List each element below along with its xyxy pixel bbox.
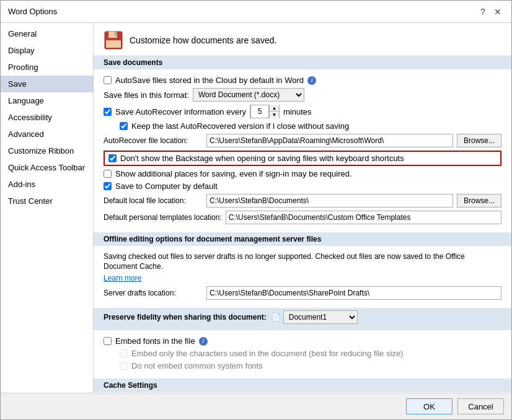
close-button[interactable]: ✕: [492, 6, 504, 18]
autosave-checkbox[interactable]: [104, 76, 112, 84]
autorecover-label: Save AutoRecover information every: [115, 107, 246, 116]
autorecover-spinner[interactable]: ▲ ▼: [250, 105, 280, 118]
sidebar-item-accessibility[interactable]: Accessibility: [1, 109, 93, 126]
keep-last-row: Keep the last AutoRecovered version if I…: [120, 121, 501, 131]
save-to-computer-checkbox[interactable]: [104, 182, 112, 190]
no-common-checkbox[interactable]: [120, 362, 128, 370]
autorecover-location-input[interactable]: C:\Users\StefanB\AppData\Roaming\Microso…: [206, 134, 453, 147]
save-to-computer-label: Save to Computer by default: [115, 182, 218, 191]
save-to-computer-row: Save to Computer by default: [104, 182, 501, 191]
autorecover-location-label: AutoRecover file location:: [104, 136, 203, 145]
embed-fonts-info-icon[interactable]: i: [199, 337, 208, 346]
save-icon: [104, 30, 123, 50]
embed-chars-label: Embed only the characters used in the do…: [131, 349, 404, 358]
autorecover-checkbox[interactable]: [104, 108, 112, 116]
cache-settings-header: Cache Settings: [94, 378, 511, 392]
save-documents-header: Save documents: [94, 56, 511, 69]
sidebar-item-quick-access[interactable]: Quick Access Toolbar: [1, 159, 93, 176]
no-common-label: Do not embed common system fonts: [131, 361, 263, 370]
format-row: Save files in this format: Word Document…: [104, 88, 501, 102]
autosave-row: AutoSave files stored in the Cloud by de…: [104, 76, 501, 85]
autosave-label: AutoSave files stored in the Cloud by de…: [115, 76, 304, 85]
browse-autorecover-btn[interactable]: Browse...: [457, 134, 501, 147]
default-personal-label: Default personal templates location:: [104, 213, 222, 222]
spinner-buttons: ▲ ▼: [269, 105, 279, 118]
main-content: Customize how documents are saved. Save …: [94, 23, 511, 393]
cancel-button[interactable]: Cancel: [457, 398, 504, 414]
learn-more-link[interactable]: Learn more: [104, 274, 141, 282]
browse-local-btn[interactable]: Browse...: [457, 194, 501, 208]
default-local-row: Default local file location: C:\Users\St…: [104, 194, 501, 208]
content-header: Customize how documents are saved.: [94, 23, 511, 56]
help-button[interactable]: ?: [477, 6, 489, 18]
svg-rect-2: [115, 32, 117, 36]
dialog-body: General Display Proofing Save Language A…: [1, 23, 511, 393]
dont-show-backstage-checkbox[interactable]: [108, 154, 117, 162]
preserve-header-row: Preserve fidelity when sharing this docu…: [104, 310, 501, 324]
save-documents-body: AutoSave files stored in the Cloud by de…: [94, 73, 511, 232]
sidebar: General Display Proofing Save Language A…: [1, 23, 94, 393]
keep-last-checkbox[interactable]: [120, 122, 128, 130]
ok-button[interactable]: OK: [406, 398, 452, 414]
dialog-footer: OK Cancel: [1, 393, 511, 419]
autorecover-row: Save AutoRecover information every ▲ ▼ m…: [104, 105, 501, 118]
svg-rect-3: [106, 40, 121, 48]
spinner-up-btn[interactable]: ▲: [269, 105, 279, 112]
offline-editing-section: Offline editing options for document man…: [94, 232, 511, 308]
server-drafts-label: Server drafts location:: [104, 289, 203, 297]
autorecover-minutes-input[interactable]: [250, 105, 269, 118]
sidebar-item-general[interactable]: General: [1, 25, 93, 42]
word-options-dialog: Word Options ? ✕ General Display Proofin…: [0, 0, 512, 420]
preserve-doc-selector: 📄 Document1: [271, 310, 358, 324]
content-header-text: Customize how documents are saved.: [130, 35, 276, 45]
embed-fonts-row: Embed fonts in the file i: [104, 336, 501, 346]
preserve-doc-select[interactable]: Document1: [283, 310, 358, 324]
preserve-fidelity-header: Preserve fidelity when sharing this docu…: [94, 308, 511, 330]
server-drafts-row: Server drafts location: C:\Users\StefanB…: [104, 286, 501, 300]
content-area[interactable]: Save documents AutoSave files stored in …: [94, 56, 511, 393]
sidebar-item-language[interactable]: Language: [1, 92, 93, 109]
sidebar-item-proofing[interactable]: Proofing: [1, 59, 93, 76]
offline-editing-body: Saving checked out files to server draft…: [94, 250, 511, 308]
sidebar-item-trust-center[interactable]: Trust Center: [1, 193, 93, 209]
preserve-fidelity-label: Preserve fidelity when sharing this docu…: [104, 313, 267, 322]
show-additional-checkbox[interactable]: [104, 170, 112, 178]
offline-desc1: Saving checked out files to server draft…: [104, 252, 501, 261]
preserve-fidelity-section: Preserve fidelity when sharing this docu…: [94, 308, 511, 378]
embed-chars-row: Embed only the characters used in the do…: [120, 349, 501, 358]
show-additional-row: Show additional places for saving, even …: [104, 169, 501, 178]
embed-fonts-label: Embed fonts in the file: [115, 336, 195, 346]
title-bar-controls: ? ✕: [477, 6, 504, 18]
save-documents-section: Save documents AutoSave files stored in …: [94, 56, 511, 232]
dont-show-backstage-row: Don't show the Backstage when opening or…: [104, 151, 501, 166]
sidebar-item-advanced[interactable]: Advanced: [1, 126, 93, 142]
autorecover-location-row: AutoRecover file location: C:\Users\Stef…: [104, 134, 501, 147]
sidebar-item-save[interactable]: Save: [1, 76, 93, 92]
doc-icon: 📄: [271, 313, 281, 322]
sidebar-item-display[interactable]: Display: [1, 42, 93, 59]
default-personal-input[interactable]: C:\Users\StefanB\Documents\Custom Office…: [226, 211, 501, 224]
minutes-label: minutes: [283, 107, 312, 116]
autosave-info-icon[interactable]: i: [307, 76, 316, 85]
dialog-title: Word Options: [8, 7, 57, 16]
offline-desc2: Document Cache.: [104, 262, 501, 271]
keep-last-label: Keep the last AutoRecovered version if I…: [131, 121, 349, 131]
format-select[interactable]: Word Document (*.docx): [193, 88, 304, 102]
default-personal-row: Default personal templates location: C:\…: [104, 211, 501, 224]
embed-chars-checkbox[interactable]: [120, 349, 128, 357]
dont-show-backstage-label: Don't show the Backstage when opening or…: [120, 154, 404, 163]
default-local-label: Default local file location:: [104, 196, 203, 205]
no-common-row: Do not embed common system fonts: [120, 361, 501, 370]
title-bar: Word Options ? ✕: [1, 1, 511, 23]
cache-settings-section: Cache Settings: [94, 378, 511, 393]
sidebar-item-customize-ribbon[interactable]: Customize Ribbon: [1, 142, 93, 159]
server-drafts-input[interactable]: C:\Users\StefanB\Documents\SharePoint Dr…: [206, 286, 501, 300]
format-label: Save files in this format:: [104, 90, 189, 100]
embed-fonts-checkbox[interactable]: [104, 337, 112, 345]
preserve-fidelity-body: Embed fonts in the file i Embed only the…: [94, 334, 511, 378]
default-local-input[interactable]: C:\Users\StefanB\Documents\: [206, 194, 453, 208]
sidebar-item-add-ins[interactable]: Add-ins: [1, 176, 93, 193]
show-additional-label: Show additional places for saving, even …: [115, 169, 352, 178]
spinner-down-btn[interactable]: ▼: [269, 112, 279, 118]
offline-editing-header: Offline editing options for document man…: [94, 232, 511, 246]
